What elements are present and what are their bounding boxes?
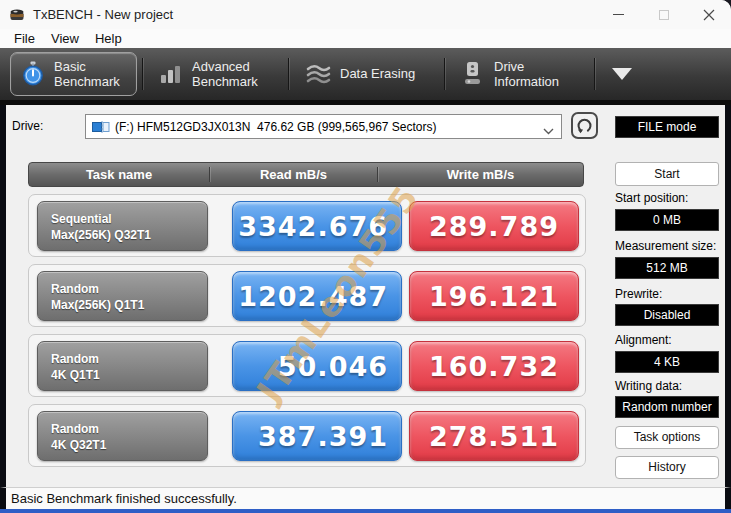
write-value: 289.789 (409, 201, 579, 251)
menu-bar: File View Help (0, 29, 731, 48)
task-button[interactable]: Random 4K Q1T1 (37, 341, 208, 391)
start-button[interactable]: Start (615, 162, 719, 186)
tab-label: Basic Benchmark (54, 59, 126, 90)
header-read: Read mB/s (209, 167, 377, 182)
maximize-button[interactable] (641, 0, 686, 29)
tab-drive-information[interactable]: Drive Information (450, 52, 589, 96)
app-window: TxBENCH - New project File View Help (0, 0, 731, 513)
history-button[interactable]: History (615, 456, 719, 479)
task-name-line2: Max(256K) Q1T1 (51, 297, 207, 313)
task-button[interactable]: Random Max(256K) Q1T1 (37, 271, 208, 321)
menu-view[interactable]: View (43, 31, 87, 46)
task-name-line2: Max(256K) Q32T1 (51, 227, 207, 243)
minimize-icon (613, 14, 624, 15)
stopwatch-icon (21, 61, 45, 87)
status-bar: Basic Benchmark finished successfully. (0, 487, 731, 509)
prewrite-label: Prewrite: (615, 287, 719, 301)
task-name-line1: Random (51, 281, 207, 297)
prewrite-value[interactable]: Disabled (615, 304, 719, 326)
drive-select[interactable]: (F:) HFM512GD3JX013N 476.62 GB (999,565,… (85, 114, 562, 139)
write-value: 160.732 (409, 341, 579, 391)
toolbar-separator (142, 58, 143, 90)
alignment-value[interactable]: 4 KB (615, 351, 719, 373)
start-position-label: Start position: (615, 191, 719, 205)
caret-down-icon[interactable] (612, 68, 632, 80)
read-value: 1202.487 (232, 271, 402, 321)
header-write: Write mB/s (377, 167, 583, 182)
drive-select-value: (F:) HFM512GD3JX013N 476.62 GB (999,565,… (115, 120, 437, 134)
window-bottom-border (0, 509, 731, 513)
app-disk-icon (9, 7, 25, 23)
table-row: Random Max(256K) Q1T1 1202.487 196.121 (28, 264, 586, 327)
drive-partition-icon (92, 121, 110, 133)
measurement-size-value[interactable]: 512 MB (615, 257, 719, 279)
menu-help[interactable]: Help (87, 31, 130, 46)
menu-file[interactable]: File (6, 31, 43, 46)
task-options-button[interactable]: Task options (615, 426, 719, 449)
table-row: Random 4K Q1T1 50.046 160.732 (28, 334, 586, 397)
maximize-icon (659, 10, 669, 20)
chevron-down-icon (543, 124, 554, 138)
refresh-drives-button[interactable] (571, 112, 598, 139)
side-panel: FILE mode Start Start position: 0 MB Mea… (615, 105, 719, 479)
window-title: TxBENCH - New project (33, 7, 173, 22)
writing-data-label: Writing data: (615, 379, 719, 393)
toolbar-separator (594, 58, 595, 90)
read-value: 3342.676 (232, 201, 402, 251)
window-controls (596, 0, 731, 29)
header-task-name: Task name (29, 167, 209, 182)
start-position-value[interactable]: 0 MB (615, 209, 719, 231)
task-name-line2: 4K Q32T1 (51, 437, 207, 453)
write-value: 196.121 (409, 271, 579, 321)
alignment-label: Alignment: (615, 333, 719, 347)
task-name-line1: Sequential (51, 211, 207, 227)
tab-advanced-benchmark[interactable]: Advanced Benchmark (148, 52, 283, 96)
task-button[interactable]: Sequential Max(256K) Q32T1 (37, 201, 208, 251)
writing-data-value[interactable]: Random number (615, 396, 719, 418)
tab-label: Data Erasing (340, 66, 428, 81)
bar-chart-icon (159, 62, 183, 86)
close-button[interactable] (686, 0, 731, 29)
file-mode-button[interactable]: FILE mode (615, 116, 719, 138)
read-value: 387.391 (232, 411, 402, 461)
read-value: 50.046 (232, 341, 402, 391)
refresh-icon (576, 117, 593, 134)
close-icon (703, 9, 715, 21)
table-row: Random 4K Q32T1 387.391 278.511 (28, 404, 586, 467)
table-header: Task name Read mB/s Write mB/s (28, 162, 584, 187)
main-content: Drive: (F:) HFM512GD3JX013N 476.62 GB (9… (0, 105, 731, 487)
tab-basic-benchmark[interactable]: Basic Benchmark (10, 52, 137, 96)
task-name-line2: 4K Q1T1 (51, 367, 207, 383)
task-button[interactable]: Random 4K Q32T1 (37, 411, 208, 461)
minimize-button[interactable] (596, 0, 641, 29)
measurement-size-label: Measurement size: (615, 239, 719, 253)
task-name-line1: Random (51, 351, 207, 367)
toolbar-separator (288, 58, 289, 90)
table-row: Sequential Max(256K) Q32T1 3342.676 289.… (28, 194, 586, 257)
task-name-line1: Random (51, 421, 207, 437)
waves-icon (305, 62, 331, 86)
tab-data-erasing[interactable]: Data Erasing (294, 52, 439, 96)
status-text: Basic Benchmark finished successfully. (11, 491, 237, 506)
tab-label: Advanced Benchmark (192, 59, 272, 90)
drive-icon (461, 61, 485, 87)
drive-label: Drive: (12, 119, 43, 133)
write-value: 278.511 (409, 411, 579, 461)
toolbar-separator (444, 58, 445, 90)
toolbar: Basic Benchmark Advanced Benchmark Data … (0, 48, 731, 105)
title-bar: TxBENCH - New project (0, 0, 731, 29)
tab-label: Drive Information (494, 59, 578, 90)
